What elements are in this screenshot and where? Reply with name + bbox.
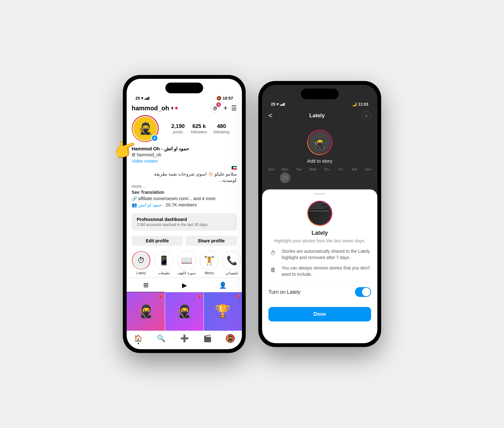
posts-label: posts: [171, 130, 185, 134]
modal-highlight-thumb: Instagram post preview: [308, 202, 331, 225]
thumb-line1: [309, 203, 326, 204]
tab-tagged[interactable]: 👤: [203, 278, 242, 292]
link-icon: 🔗: [132, 196, 137, 201]
menu-icon[interactable]: ☰: [231, 104, 237, 112]
cal-sun-prev: Sun: [266, 167, 277, 183]
thumb-post-content: Instagram post preview: [308, 202, 331, 225]
cal-fri: Fri: [335, 167, 346, 183]
pro-dashboard[interactable]: Professional dashboard 2.5M accounts rea…: [132, 213, 237, 231]
highlight-phone[interactable]: 📞 تليفوناتي: [222, 251, 241, 275]
status-left: 25 ▾: [135, 96, 149, 101]
threads-button[interactable]: @ 9: [211, 104, 220, 113]
info-text-auto: Stories are automatically shared to the …: [282, 248, 371, 261]
posts-grid: 🥷 📌 🥷 📌 🏆 📌: [127, 292, 242, 330]
post-3-bookmark: 📌: [235, 294, 240, 299]
post-3[interactable]: 🏆 📌: [204, 292, 242, 330]
highlight-apps[interactable]: 📱 تطبيقات: [154, 251, 173, 275]
story-avatar-ring[interactable]: 🥷: [307, 130, 332, 155]
add-to-story-text: Add to story: [307, 158, 332, 164]
story-avatar-inner: 🥷: [308, 131, 331, 154]
avatar-emoji: 🥷: [138, 122, 152, 135]
status-right: 🔕 10:57: [216, 96, 233, 101]
followers-count: 625 k: [191, 123, 207, 130]
post-1-bookmark: 📌: [158, 294, 163, 299]
highlight-messi-circle: 🏋: [200, 251, 219, 270]
wifi-icon: ▾: [141, 96, 143, 101]
search-button-right[interactable]: ○: [362, 111, 371, 120]
story-area: 🥷 Add to story Sun Mon 20 Tue: [262, 124, 377, 186]
highlight-lately-circle: ⏱: [132, 251, 151, 270]
community-name: حمود او اتش: [138, 202, 162, 207]
avatar-add-button[interactable]: +: [151, 135, 158, 142]
bio-category: Video creator: [132, 159, 237, 164]
handle-row[interactable]: @ hammod_oh: [132, 152, 237, 157]
bio-community[interactable]: 👥 حمود او اتش · 20.7K members: [132, 202, 237, 207]
dynamic-island-right: [301, 89, 339, 99]
highlight-messi[interactable]: 🏋 Messi: [200, 251, 219, 275]
cal-wed: Wed: [307, 167, 318, 183]
bio-more[interactable]: more ...: [132, 184, 146, 189]
posts-count: 2,190: [171, 123, 185, 130]
followers-stat[interactable]: 625 k followers: [191, 123, 207, 134]
pro-dash-title: Professional dashboard: [137, 217, 232, 222]
info-item-auto: ⏱ Stories are automatically shared to th…: [268, 248, 371, 261]
see-translation[interactable]: See Translation: [132, 190, 237, 195]
avatar-wrap: 🥷 +: [132, 115, 159, 142]
following-stat[interactable]: 480 following: [214, 123, 230, 134]
time-display: 10:57: [223, 96, 233, 101]
nav-search[interactable]: 🔍: [150, 334, 173, 343]
highlight-quran[interactable]: 📖 سورة الكهف: [177, 251, 196, 275]
highlight-phone-circle: 📞: [222, 251, 241, 270]
signal-number: 25: [135, 96, 140, 101]
posts-stat: 2,190 posts: [171, 123, 185, 134]
nav-title-right: Lately: [309, 113, 325, 119]
post-2[interactable]: 🥷 📌: [165, 292, 203, 330]
following-label: following: [214, 130, 230, 134]
nav-profile[interactable]: 🥷: [219, 334, 242, 343]
link-text: affiliate.numeroesim.com/... and 4 more: [138, 196, 216, 201]
post-1[interactable]: 🥷 📌: [127, 292, 165, 330]
handle-text: hammod_oh: [137, 152, 161, 157]
nav-home[interactable]: 🏠: [127, 334, 150, 343]
left-screen: 25 ▾ 🔕 10:57 hammod_oh ▾: [127, 79, 242, 349]
highlight-lately-inner: ⏱: [133, 252, 150, 269]
nav-create[interactable]: ➕: [173, 334, 196, 343]
lately-toggle[interactable]: [355, 287, 371, 297]
followers-label: followers: [191, 130, 207, 134]
signal-number-right: 25: [271, 102, 275, 107]
modal-sheet: Instagram post preview Lately Highlight …: [262, 189, 377, 343]
status-right-right: 🌙 11:01: [352, 102, 369, 107]
bar4: [148, 97, 149, 100]
bar4r: [284, 103, 285, 106]
tab-grid[interactable]: ⊞: [127, 278, 165, 292]
wifi-icon-right: ▾: [277, 102, 279, 107]
verified-dot: [175, 107, 178, 109]
nav-reels[interactable]: 🎬: [196, 334, 219, 343]
bar2r: [281, 104, 282, 106]
highlight-quran-label: سورة الكهف: [177, 271, 195, 275]
edit-profile-button[interactable]: Edit profile: [132, 236, 183, 246]
ig-nav-bar: hammod_oh ▾ @ 9 + ☰: [127, 102, 242, 115]
share-profile-button[interactable]: Share profile: [186, 236, 237, 246]
right-nav-bar: < Lately ○: [262, 108, 377, 124]
community-icon: 👥: [132, 202, 137, 207]
bio-link[interactable]: 🔗 affiliate.numeroesim.com/... and 4 mor…: [132, 196, 237, 201]
right-screen: 25 ▾ 🌙 11:01 < Lately ○ 🥷: [262, 85, 377, 343]
modal-highlight-avatar[interactable]: Instagram post preview: [307, 201, 332, 226]
chevron-down-icon[interactable]: ▾: [171, 106, 173, 111]
add-icon[interactable]: +: [223, 104, 227, 112]
action-buttons: Edit profile Share profile: [127, 233, 242, 248]
highlight-lately[interactable]: ⏱ Lately: [132, 251, 151, 275]
pro-dash-subtitle: 2.5M accounts reached in the last 30 day…: [137, 223, 232, 227]
post-2-bookmark: 📌: [196, 294, 202, 299]
signal-bars: [145, 97, 149, 100]
done-button[interactable]: Done: [268, 307, 371, 321]
tab-reels[interactable]: ▶: [165, 278, 203, 292]
thumb-line2: [309, 205, 322, 205]
clock-icon: ⏱: [268, 248, 278, 258]
thumb-text: Instagram post preview: [309, 210, 330, 212]
back-button[interactable]: <: [268, 112, 272, 120]
toggle-label: Turn on Lately: [268, 289, 301, 295]
cal-mon[interactable]: Mon 20: [280, 167, 290, 183]
cal-thu: Thu: [321, 167, 332, 183]
